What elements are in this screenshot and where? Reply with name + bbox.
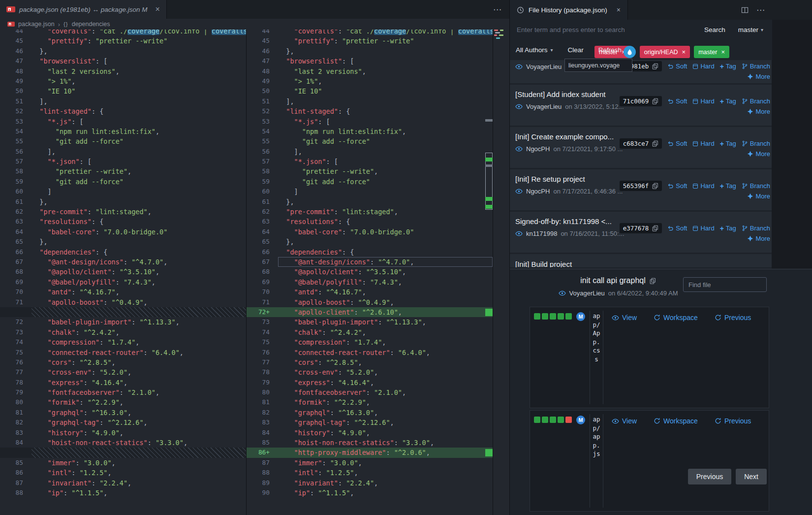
ref-badge-origin-head[interactable]: origin/HEAD ×	[640, 46, 690, 58]
code-line[interactable]: 74 "compression": "1.7.4",	[0, 337, 246, 347]
reset-hard-button[interactable]: Hard	[692, 140, 714, 147]
code-line[interactable]: 76 "connected-react-router": "6.4.0",	[247, 348, 493, 357]
code-line[interactable]: 70 "antd": "^4.16.7",	[0, 287, 246, 297]
code-line[interactable]: 53 "*.js": [	[247, 117, 493, 127]
code-line[interactable]: 61 },	[0, 197, 246, 207]
code-line[interactable]: 64 "babel-core": "7.0.0-bridge.0"	[247, 227, 493, 237]
code-line[interactable]: 50 "IE 10"	[0, 86, 246, 96]
panel-more-icon[interactable]: ⋯	[756, 5, 765, 15]
code-line[interactable]: 67 "@ant-design/icons": "^4.7.0",	[247, 257, 493, 267]
code-line[interactable]: 83 "graphql-tag": "^2.12.6",	[247, 418, 493, 427]
breadcrumb-file[interactable]: package.json	[18, 21, 55, 28]
copy-icon[interactable]	[652, 183, 658, 189]
more-button[interactable]: More	[747, 73, 770, 80]
breadcrumb-symbol[interactable]: dependencies	[72, 21, 110, 28]
code-line[interactable]: 82 "graphql": "^16.3.0",	[247, 408, 493, 418]
code-line[interactable]: 87 "invariant": "2.2.4",	[0, 478, 246, 488]
search-input[interactable]	[516, 26, 691, 34]
code-line[interactable]: 57 "*.json": [	[0, 157, 246, 166]
branch-button[interactable]: Branch	[742, 140, 770, 147]
commit-hash[interactable]: c683ce7	[620, 138, 662, 149]
code-line[interactable]: 68 "@apollo/client": "^3.5.10",	[0, 267, 246, 277]
reset-soft-button[interactable]: Soft	[667, 63, 687, 70]
code-line[interactable]: 83 "history": "4.9.0",	[0, 428, 246, 438]
reset-soft-button[interactable]: Soft	[667, 97, 687, 105]
code-line[interactable]: 52 "lint-staged": {	[0, 106, 246, 116]
code-line[interactable]: 88 "intl": "1.2.5",	[247, 468, 493, 478]
overview-ruler[interactable]	[493, 30, 509, 515]
code-line[interactable]: 90 "ip": "^1.1.5",	[247, 488, 493, 498]
clear-button[interactable]: Clear	[568, 46, 584, 54]
copy-icon[interactable]	[650, 278, 656, 284]
branch-dropdown[interactable]: master ▾	[738, 26, 763, 33]
code-line[interactable]: 77 "cross-env": "5.2.0",	[0, 367, 246, 377]
code-line[interactable]: 79 "fontfaceobserver": "2.1.0",	[0, 387, 246, 397]
code-line[interactable]: 88 "ip": "^1.1.5",	[0, 488, 246, 498]
code-line[interactable]: 72+ "apollo-client": "^2.6.10",	[247, 307, 493, 317]
refresh-button[interactable]: Refresh	[598, 46, 622, 54]
code-line[interactable]: 60 ]	[0, 187, 246, 196]
code-line[interactable]: 60 ]	[247, 187, 493, 196]
code-line[interactable]: 75 "compression": "1.7.4",	[247, 337, 493, 347]
code-line[interactable]: 59 "git add --force"	[0, 177, 246, 187]
code-line[interactable]: 63 "resolutions": {	[247, 217, 493, 226]
eye-icon[interactable]	[515, 230, 523, 237]
code-line[interactable]: 56 ],	[247, 147, 493, 157]
file-action-view[interactable]: View	[612, 417, 637, 425]
reset-hard-button[interactable]: Hard	[692, 182, 714, 190]
code-line[interactable]: 85 "hoist-non-react-statics": "3.3.0",	[247, 438, 493, 448]
branch-button[interactable]: Branch	[742, 225, 770, 232]
code-line[interactable]: 81 "graphql": "^16.3.0",	[0, 408, 246, 418]
close-icon[interactable]: ×	[682, 48, 686, 56]
commit-entry[interactable]: [Student] Add index student VoyagerLieu …	[510, 85, 774, 126]
code-line[interactable]: 63 "resolutions": {	[0, 217, 246, 226]
next-page-button[interactable]: Next	[736, 469, 767, 484]
code-line[interactable]: 54 "npm run lint:eslint:fix",	[0, 127, 246, 136]
code-line[interactable]: 76 "cors": "^2.8.5",	[0, 357, 246, 367]
code-line[interactable]: 87 "immer": "3.0.0",	[247, 458, 493, 468]
code-line[interactable]: 59 "git add --force"	[247, 177, 493, 187]
code-line[interactable]: 86+ "http-proxy-middleware": "^2.0.6",	[247, 448, 493, 457]
code-line[interactable]: 79 "express": "4.16.4",	[247, 378, 493, 387]
branch-button[interactable]: Branch	[742, 97, 770, 105]
split-editor-icon[interactable]	[741, 6, 749, 14]
diff-original-pane[interactable]: 44 "coveralls": "cat ./coverage/lcov.inf…	[0, 30, 247, 515]
code-line[interactable]: 44 "coveralls": "cat ./coverage/lcov.inf…	[0, 30, 246, 36]
code-line[interactable]: 51 ],	[247, 97, 493, 106]
tag-button[interactable]: + Tag	[720, 182, 736, 190]
code-line[interactable]: 52 "lint-staged": {	[247, 106, 493, 116]
code-line[interactable]: 78 "express": "4.16.4",	[0, 378, 246, 387]
code-line[interactable]: 65 },	[0, 237, 246, 247]
commit-hash[interactable]: 565396f	[620, 181, 662, 191]
reset-soft-button[interactable]: Soft	[667, 140, 687, 147]
code-line[interactable]: 45 "prettify": "prettier --write"	[247, 36, 493, 46]
commit-entry[interactable]: [Init] Re setup project NgocPH on 7/17/2…	[510, 169, 774, 210]
more-button[interactable]: More	[747, 150, 770, 158]
code-line[interactable]: 84 "hoist-non-react-statics": "3.3.0",	[0, 438, 246, 448]
more-button[interactable]: More	[747, 193, 770, 200]
code-line[interactable]: 45 "prettify": "prettier --write"	[0, 36, 246, 46]
previous-page-button[interactable]: Previous	[688, 469, 731, 484]
code-line[interactable]: 69 "@babel/polyfill": "7.4.3",	[0, 277, 246, 287]
code-line[interactable]: 81 "formik": "^2.2.9",	[247, 397, 493, 407]
eye-icon[interactable]	[515, 188, 523, 195]
code-line[interactable]: 65 },	[247, 237, 493, 247]
copy-icon[interactable]	[652, 98, 658, 104]
code-line[interactable]: 71 "apollo-boost": "^0.4.9",	[0, 297, 246, 307]
code-line[interactable]: 72 "babel-plugin-import": "^1.13.3",	[0, 317, 246, 327]
code-line[interactable]: 69 "@babel/polyfill": "7.4.3",	[247, 277, 493, 287]
code-line[interactable]: 74 "chalk": "^2.4.2",	[247, 327, 493, 337]
code-line[interactable]: 70 "antd": "^4.16.7",	[247, 287, 493, 297]
file-action-view[interactable]: View	[612, 314, 637, 322]
code-line[interactable]: 57 "*.json": [	[247, 157, 493, 166]
code-line[interactable]: 46 },	[247, 46, 493, 56]
commit-hash[interactable]: 71c0069	[620, 96, 662, 106]
code-line[interactable]: 73 "chalk": "^2.4.2",	[0, 327, 246, 337]
copy-icon[interactable]	[652, 63, 658, 69]
code-line[interactable]: 77 "cors": "^2.8.5",	[247, 357, 493, 367]
code-line[interactable]: 55 "git add --force"	[0, 136, 246, 146]
reset-hard-button[interactable]: Hard	[692, 63, 714, 70]
code-line[interactable]: 78 "cross-env": "5.2.0",	[247, 367, 493, 377]
code-line[interactable]: 48 "last 2 versions",	[247, 66, 493, 76]
code-line[interactable]: 49 "> 1%",	[247, 76, 493, 86]
